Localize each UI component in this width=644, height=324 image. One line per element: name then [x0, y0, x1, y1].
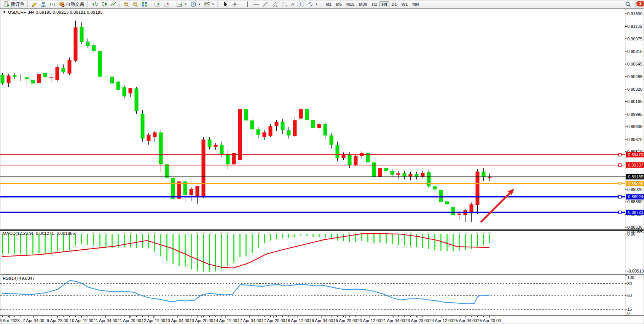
tab-timeframe-h1[interactable]: H1	[370, 1, 379, 7]
person-icon	[40, 1, 46, 7]
candle-body	[74, 27, 78, 61]
tab-timeframe-m30[interactable]: M30	[357, 1, 369, 7]
candle-body	[244, 109, 248, 120]
notifications-button[interactable]: 1	[634, 2, 640, 7]
chart-window: 0.913000.911350.909750.908100.906450.904…	[0, 8, 644, 324]
zoom-out-button[interactable]	[131, 0, 140, 8]
new-order-icon	[3, 1, 10, 7]
fibonacci-button[interactable]: F	[280, 0, 290, 8]
time-axis-label: 9 Apr 23:00	[47, 318, 68, 323]
notification-badge: 1	[636, 1, 644, 6]
svg-text:0.90320: 0.90320	[627, 87, 642, 91]
dropdown-arrow-icon: ▼	[315, 3, 318, 6]
candle-body	[317, 124, 321, 128]
price-pane-chart[interactable]: 0.913000.911350.909750.908100.906450.904…	[0, 9, 644, 229]
vertical-line-button[interactable]	[243, 0, 252, 8]
toolbar: 新订单 自动交易 ▼ ▼ ▼ E F A T ▼	[0, 0, 644, 8]
svg-text:-0.00513: -0.00513	[627, 269, 644, 273]
candle-body	[330, 135, 333, 144]
candle-body	[281, 122, 285, 130]
text-label-button[interactable]: T	[296, 0, 306, 8]
time-axis-label: 25 Apr 20:00	[477, 318, 501, 323]
candle-body	[31, 80, 35, 83]
candle-body	[196, 186, 199, 197]
auto-scroll-button[interactable]	[153, 0, 162, 8]
auto-scroll-icon	[155, 1, 161, 7]
svg-text:0.89020: 0.89020	[627, 187, 642, 192]
new-order-button[interactable]: 新订单	[2, 0, 26, 8]
trendline-button[interactable]	[261, 0, 270, 8]
candle-body	[305, 109, 309, 120]
candle-body	[451, 207, 455, 215]
time-axis-label: 7 Apr 04:00	[23, 318, 44, 323]
line-handle	[618, 164, 621, 166]
svg-text:100: 100	[627, 275, 634, 280]
time-axis[interactable]: 6 Apr 20237 Apr 04:009 Apr 23:0010 Apr 1…	[0, 316, 644, 324]
trendline-icon	[262, 1, 268, 7]
bar-chart-icon	[92, 1, 98, 7]
signals-button[interactable]	[48, 0, 57, 8]
channel-button[interactable]: E	[270, 0, 280, 8]
candle-body	[19, 77, 23, 77]
candle-body	[62, 68, 65, 72]
line-price-label: 0.88723	[628, 210, 643, 215]
candle-body	[336, 145, 340, 158]
horizontal-line-button[interactable]	[252, 0, 261, 8]
candle-body	[68, 60, 72, 74]
tab-timeframe-d1[interactable]: D1	[389, 1, 399, 7]
zoom-in-button[interactable]	[122, 0, 131, 8]
tab-timeframe-m5[interactable]: M5	[334, 1, 344, 7]
periods-button[interactable]: ▼	[189, 0, 202, 8]
candle-body	[110, 77, 114, 83]
text-button[interactable]: A	[290, 0, 296, 8]
candle-body	[403, 173, 406, 176]
text-tool-icon: A	[291, 2, 295, 7]
svg-text:0.90160: 0.90160	[627, 99, 642, 104]
arrows-button[interactable]: ▼	[306, 0, 319, 8]
candle-body	[433, 186, 437, 189]
line-chart-button[interactable]	[109, 0, 118, 8]
candlestick-button[interactable]	[100, 0, 109, 8]
tab-timeframe-mn[interactable]: MN	[410, 1, 421, 7]
svg-text:80: 80	[627, 281, 632, 286]
indicators-button[interactable]: ▼	[175, 0, 189, 8]
auto-trading-label: 自动交易	[66, 1, 84, 8]
rsi-pane-chart[interactable]: 1008050150	[0, 275, 644, 316]
auto-trading-button[interactable]: 自动交易	[57, 0, 86, 8]
tab-timeframe-m15[interactable]: M15	[344, 1, 357, 7]
candle-body	[427, 172, 431, 186]
styles-button[interactable]	[30, 0, 39, 8]
candle-body	[397, 173, 400, 175]
dropdown-arrow-icon: ▼	[184, 3, 187, 6]
time-axis-label: 20 Apr 12:00	[357, 318, 381, 323]
tab-timeframe-h4[interactable]: H4	[379, 1, 389, 7]
time-axis-label: 13 Apr 20:00	[190, 318, 213, 323]
crosshair-button[interactable]	[230, 0, 239, 8]
line-handle	[618, 196, 621, 198]
separator	[27, 2, 28, 7]
templates-button[interactable]: ▼	[202, 0, 216, 8]
svg-text:0.91135: 0.91135	[627, 24, 642, 29]
svg-text:0.91300: 0.91300	[627, 11, 642, 16]
toolbar-grip	[87, 2, 89, 7]
tab-timeframe-m1[interactable]: M1	[323, 1, 333, 7]
chart-shift-button[interactable]	[162, 0, 171, 8]
clock-icon	[190, 1, 196, 7]
horizontal-line-icon	[253, 1, 259, 7]
time-axis-label: 19 Apr 04:00	[309, 318, 333, 323]
macd-pane-chart[interactable]: 0.0005520.00-0.00513	[0, 229, 644, 275]
cursor-button[interactable]	[221, 0, 230, 8]
tile-windows-button[interactable]	[140, 0, 149, 8]
bar-chart-button[interactable]	[91, 0, 100, 8]
search-icon[interactable]	[625, 1, 631, 7]
candle-body	[482, 172, 486, 176]
tab-timeframe-w1[interactable]: W1	[399, 1, 410, 7]
svg-text:0: 0	[627, 311, 630, 316]
candle-body	[226, 154, 230, 164]
candle-body	[470, 204, 473, 212]
time-axis-label: 6 Apr 2023	[0, 318, 20, 323]
candle-body	[250, 120, 254, 129]
time-axis-label: 14 Apr 12:00	[214, 318, 237, 323]
experts-button[interactable]	[39, 0, 48, 8]
candle-body	[171, 178, 175, 199]
